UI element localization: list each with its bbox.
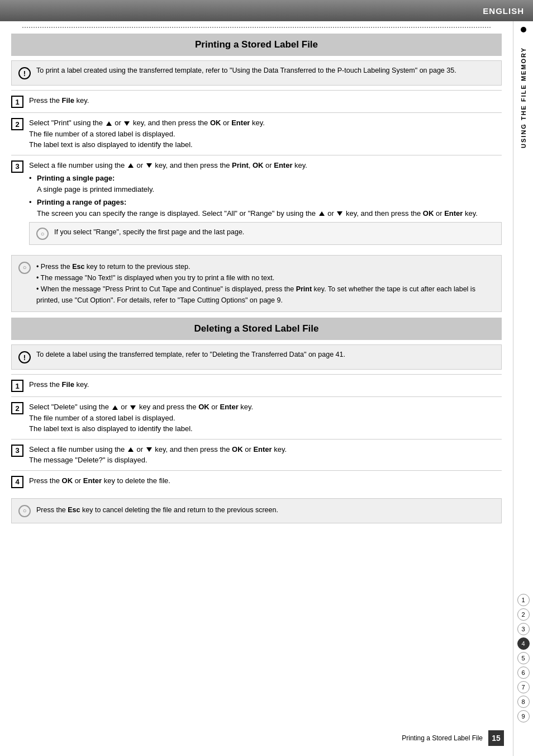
multi-note-icon: ○ xyxy=(18,262,31,274)
del-step-2-content: Select "Delete" using the or key and pre… xyxy=(29,401,502,434)
sidebar-num-9[interactable]: 9 xyxy=(517,710,530,722)
step-2-content: Select "Print" using the or key, and the… xyxy=(29,117,502,150)
del-arrow-down-icon xyxy=(130,405,136,410)
page-footer: Printing a Stored Label File 15 xyxy=(0,730,513,746)
step-1-content: Press the File key. xyxy=(29,95,502,106)
sidebar-dot xyxy=(521,27,526,32)
sidebar-num-8[interactable]: 8 xyxy=(517,696,530,708)
step-num-3: 3 xyxy=(11,160,23,173)
del-step-3-content: Select a file number using the or key, a… xyxy=(29,444,502,466)
del-enter-3-bold: Enter xyxy=(83,476,102,485)
multi-note-content: • Press the Esc key to return to the pre… xyxy=(36,261,494,306)
print-bold: Print xyxy=(232,161,249,169)
del-enter-2-bold: Enter xyxy=(253,445,272,453)
del-ok-bold: OK xyxy=(198,403,210,411)
enter-2-bold: Enter xyxy=(274,161,292,169)
arrow-down-icon xyxy=(124,121,130,126)
del-step-4-content: Press the OK or Enter key to delete the … xyxy=(29,475,502,486)
del-arrow-up-2-icon xyxy=(128,447,134,452)
deleting-step-2: 2 Select "Delete" using the or key and p… xyxy=(11,396,502,439)
printing-note-box: ! To print a label created using the tra… xyxy=(11,60,502,86)
arrow-up-3-icon xyxy=(319,211,325,216)
deleting-tip-text: Press the Esc key to cancel deleting the… xyxy=(36,504,278,516)
del-step-num-4: 4 xyxy=(11,476,23,488)
printing-step-1: 1 Press the File key. xyxy=(11,90,502,112)
deleting-tip-box: ○ Press the Esc key to cancel deleting t… xyxy=(11,498,502,523)
sidebar-num-3[interactable]: 3 xyxy=(517,623,530,635)
bullet-single-page: Printing a single page: A single page is… xyxy=(29,173,502,195)
footer-label: Printing a Stored Label File xyxy=(402,734,483,742)
del-ok-2-bold: OK xyxy=(232,445,243,453)
deleting-section-header: Deleting a Stored Label File xyxy=(11,318,502,340)
del-file-bold: File xyxy=(62,380,74,389)
inner-tip-text: If you select "Range", specify the first… xyxy=(54,227,244,238)
deleting-step-1: 1 Press the File key. xyxy=(11,374,502,396)
del-arrow-up-icon xyxy=(112,405,118,410)
deleting-note-text: To delete a label using the transferred … xyxy=(36,351,345,358)
note-icon: ! xyxy=(18,67,31,79)
arrow-up-2-icon xyxy=(128,163,134,168)
del-step-1-content: Press the File key. xyxy=(29,379,502,390)
top-bar: ENGLISH xyxy=(0,0,533,21)
tip-icon: ○ xyxy=(36,228,49,240)
dotted-separator xyxy=(22,27,491,28)
arrow-up-icon xyxy=(106,121,112,126)
deleting-note-box: ! To delete a label using the transferre… xyxy=(11,344,502,370)
esc-2-bold: Esc xyxy=(68,506,80,514)
language-label: ENGLISH xyxy=(483,6,524,16)
print-2-bold: Print xyxy=(296,285,312,293)
del-step-num-2: 2 xyxy=(11,402,23,414)
printing-multi-note: ○ • Press the Esc key to return to the p… xyxy=(11,255,502,312)
enter-bold: Enter xyxy=(231,119,250,127)
sidebar-vertical-text: USING THE FILE MEMORY xyxy=(520,47,527,148)
del-arrow-down-2-icon xyxy=(146,447,152,452)
esc-bold: Esc xyxy=(72,263,84,271)
deleting-step-3: 3 Select a file number using the or key,… xyxy=(11,439,502,470)
sidebar-num-5[interactable]: 5 xyxy=(517,652,530,664)
deleting-note-icon: ! xyxy=(18,351,31,363)
del-step-num-1: 1 xyxy=(11,380,23,392)
arrow-down-2-icon xyxy=(146,163,152,168)
del-enter-bold: Enter xyxy=(220,403,238,411)
sidebar-num-6[interactable]: 6 xyxy=(517,667,530,679)
printing-step-3: 3 Select a file number using the or key,… xyxy=(11,155,502,250)
del-ok-3-bold: OK xyxy=(62,476,73,485)
arrow-down-3-icon xyxy=(337,211,342,216)
step-3-bullets: Printing a single page: A single page is… xyxy=(29,173,502,219)
file-key-bold: File xyxy=(62,96,74,105)
deleting-tip-icon: ○ xyxy=(18,505,31,517)
sidebar-num-4[interactable]: 4 xyxy=(517,637,530,650)
inner-tip-box: ○ If you select "Range", specify the fir… xyxy=(29,222,502,245)
bullet-range-pages: Printing a range of pages: The screen yo… xyxy=(29,197,502,219)
ok-bold: OK xyxy=(210,119,221,127)
sidebar-num-2[interactable]: 2 xyxy=(517,608,530,621)
sidebar-numbers: 1 2 3 4 5 6 7 8 9 xyxy=(517,594,530,756)
del-step-num-3: 3 xyxy=(11,445,23,457)
sidebar-num-7[interactable]: 7 xyxy=(517,681,530,693)
step-num-1: 1 xyxy=(11,96,23,108)
ok-3-bold: OK xyxy=(423,209,434,218)
main-content: Printing a Stored Label File ! To print … xyxy=(0,27,513,540)
sidebar-num-1[interactable]: 1 xyxy=(517,594,530,606)
deleting-step-4: 4 Press the OK or Enter key to delete th… xyxy=(11,470,502,493)
ok-2-bold: OK xyxy=(253,161,264,169)
printing-note-text: To print a label created using the trans… xyxy=(36,67,456,74)
printing-section-header: Printing a Stored Label File xyxy=(11,34,502,56)
enter-3-bold: Enter xyxy=(444,209,463,218)
right-sidebar: USING THE FILE MEMORY 1 2 3 4 5 6 7 8 9 xyxy=(513,21,533,756)
page-number: 15 xyxy=(488,730,504,746)
step-3-content: Select a file number using the or key, a… xyxy=(29,160,502,245)
step-num-2: 2 xyxy=(11,118,23,130)
printing-step-2: 2 Select "Print" using the or key, and t… xyxy=(11,112,502,155)
